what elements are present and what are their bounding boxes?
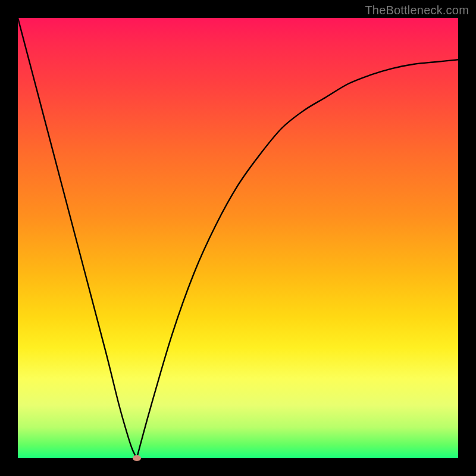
bottleneck-curve (18, 18, 458, 458)
plot-area (18, 18, 458, 458)
attribution-label: TheBottleneck.com (365, 4, 469, 17)
chart-frame: TheBottleneck.com (0, 0, 476, 476)
minimum-point-marker (133, 455, 141, 461)
curve-path (18, 18, 458, 458)
